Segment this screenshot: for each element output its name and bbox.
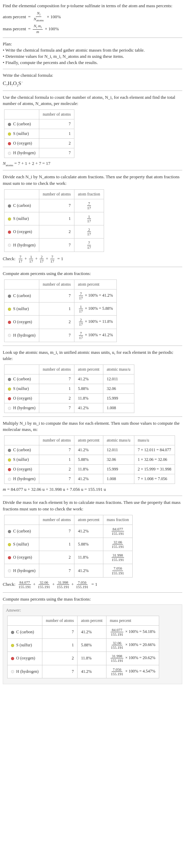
atom-percent: 41.2%	[74, 564, 103, 577]
element-color-icon	[8, 378, 11, 381]
table-row: C (carbon)7	[4, 119, 74, 129]
check-label: Check:	[3, 256, 16, 262]
denominator: 17	[78, 296, 84, 300]
table-row: S (sulfur)1117	[4, 212, 104, 225]
fraction: 32.06155.191	[37, 580, 51, 589]
fraction: Ni Natoms	[33, 11, 45, 22]
table-row: O (oxygen)211.8%15.999	[4, 394, 134, 403]
element-cell: S (sulfur)	[4, 538, 39, 551]
atom-count: 2	[39, 465, 74, 474]
denominator: 155.191	[110, 645, 124, 649]
equals: =	[28, 26, 31, 32]
denominator: 155.191	[111, 571, 125, 575]
element-color-icon	[8, 407, 11, 410]
element-color-icon	[8, 397, 11, 400]
fraction: 32.06155.191	[111, 540, 125, 549]
element-cell: H (hydrogen)	[8, 665, 42, 678]
numerator: 84.077	[111, 628, 123, 632]
fraction: 84.077155.191	[111, 527, 125, 536]
atom-count: 7	[39, 474, 74, 484]
element-cell: H (hydrogen)	[4, 564, 39, 577]
plan-item: • Determine values for N_i, m_i, N_atoms…	[3, 54, 182, 59]
table-row: O (oxygen)211.8%31.998155.191	[4, 551, 133, 564]
element-color-icon	[8, 458, 11, 462]
table-row: H (hydrogen)7717	[4, 239, 104, 252]
atom-percent: 5.88%	[74, 538, 103, 551]
fraction: 117	[86, 214, 92, 223]
denominator: 17	[86, 232, 92, 236]
numerator: 32.06	[39, 580, 49, 585]
atom-count: 2	[39, 551, 74, 564]
atom-percent: 41.2%	[78, 665, 106, 678]
element-cell: S (sulfur)	[4, 303, 39, 316]
denominator: 155.191	[111, 544, 125, 549]
times-100: × 100%	[45, 26, 59, 32]
element-cell: C (carbon)	[4, 525, 39, 538]
denominator: 17	[86, 245, 92, 250]
table-row: H (hydrogen)741.2%7.056155.191 × 100% = …	[8, 665, 159, 678]
denominator: 17	[78, 309, 84, 313]
atom-percent: 11.8%	[74, 465, 103, 474]
fraction: 31.998155.191	[111, 553, 125, 562]
atom-count: 7	[39, 119, 74, 129]
atomic-mass: 15.999	[103, 465, 134, 474]
answer-label: Answer:	[6, 607, 179, 613]
mass-fraction-table: number of atoms atom percent mass fracti…	[4, 515, 133, 578]
plan-item: • Finally, compute the percents and chec…	[3, 60, 182, 65]
col-number-atoms: number of atoms	[39, 109, 74, 119]
fraction: 84.077155.191	[18, 580, 32, 589]
mass-fraction: 84.077155.191	[103, 525, 132, 538]
table-row: H (hydrogen)7717 × 100% = 41.2%	[4, 329, 117, 342]
atom-fraction: 717	[74, 239, 104, 252]
table-row: C (carbon)7717 × 100% = 41.2%	[4, 289, 117, 302]
element-color-icon	[8, 468, 11, 471]
element-color-icon	[11, 670, 14, 673]
col-blank	[8, 616, 42, 625]
atom-count: 2	[39, 316, 74, 329]
fraction: 217	[86, 227, 92, 236]
table-row: S (sulfur)15.88%32.06155.191	[4, 538, 133, 551]
atom-percent-formula: atom percent = Ni Natoms × 100%	[3, 11, 182, 22]
atom-percent: 41.2%	[74, 374, 103, 384]
denominator: 17	[18, 259, 23, 263]
numerator: 1	[79, 305, 83, 309]
atom-count: 1	[39, 212, 74, 225]
element-color-icon	[11, 644, 14, 647]
atom-percent: 117 × 100% = 5.88%	[74, 303, 117, 316]
atom-percent: 11.8%	[74, 394, 103, 403]
divider	[3, 267, 182, 267]
mass-fraction: 7.056155.191	[103, 564, 132, 577]
atom-count: 7	[39, 289, 74, 302]
denominator: 155.191	[111, 558, 125, 562]
element-cell: C (carbon)	[4, 374, 39, 384]
numerator: 31.998	[57, 580, 69, 585]
plan-title: Plan:	[3, 41, 182, 47]
numerator: 7	[19, 255, 23, 259]
fraction: Ni mi m	[33, 24, 43, 34]
col-atom-percent: atom percent	[78, 616, 106, 625]
mass-percent-text: Compute mass percents using the mass fra…	[3, 596, 182, 602]
atom-count: 2	[42, 652, 77, 665]
atom-fraction: 217	[74, 225, 104, 239]
element-cell: H (hydrogen)	[4, 239, 39, 252]
element-cell: C (carbon)	[4, 119, 39, 129]
element-color-icon	[8, 204, 11, 208]
element-color-icon	[8, 321, 11, 324]
element-color-icon	[8, 530, 11, 533]
numerator: 7	[87, 241, 91, 245]
numerator: 1	[29, 255, 33, 259]
atom-percent: 41.2%	[74, 474, 103, 484]
col-number-atoms: number of atoms	[39, 365, 74, 374]
col-mass-percent: mass percent	[106, 616, 159, 625]
fraction: 7.056155.191	[75, 580, 90, 589]
atom-count: 1	[39, 538, 74, 551]
mass-percent: 7.056155.191 × 100% = 4.547%	[106, 665, 159, 678]
divider	[3, 69, 182, 69]
atom-count: 2	[39, 394, 74, 403]
atom-count: 1	[39, 384, 74, 394]
mass-table: number of atoms atom percent atomic mass…	[4, 435, 175, 484]
numerator: 31.998	[111, 654, 123, 658]
atom-count: 7	[42, 625, 77, 638]
col-atom-percent: atom percent	[74, 365, 103, 374]
element-cell: S (sulfur)	[4, 212, 39, 225]
